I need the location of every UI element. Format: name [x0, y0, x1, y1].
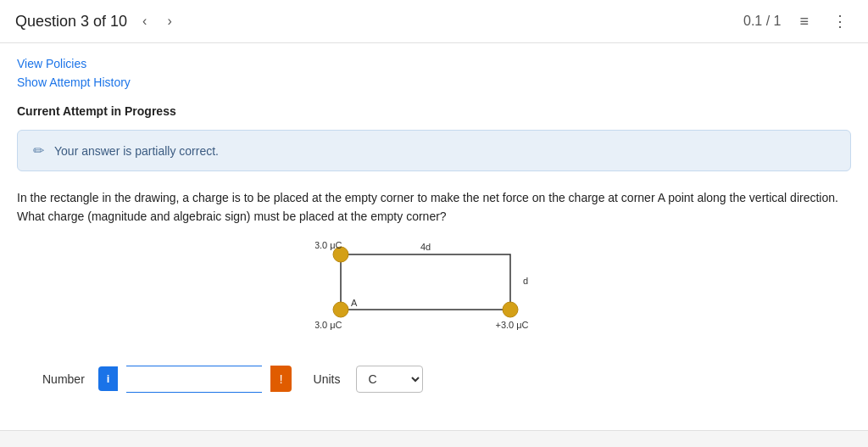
svg-rect-0 — [341, 254, 510, 310]
header: Question 3 of 10 ‹ › 0.1 / 1 ≡ ⋮ — [0, 0, 868, 43]
info-button[interactable]: i — [98, 366, 119, 391]
partial-correct-banner: ✏ Your answer is partially correct. — [17, 130, 851, 171]
banner-text: Your answer is partially correct. — [54, 144, 219, 158]
score-display: 0.1 / 1 — [743, 14, 781, 29]
pencil-icon: ✏ — [33, 142, 44, 159]
question-text: In the rectangle in the drawing, a charg… — [17, 188, 851, 226]
physics-diagram: +3.0 μC +3.0 μC +3.0 μC 4d d A — [315, 242, 553, 335]
svg-text:A: A — [351, 298, 358, 308]
diagram-container: +3.0 μC +3.0 μC +3.0 μC 4d d A — [17, 242, 851, 335]
number-label: Number — [42, 372, 85, 386]
view-policies-link[interactable]: View Policies — [17, 57, 851, 70]
svg-point-2 — [333, 302, 348, 317]
warning-button[interactable]: ! — [270, 366, 291, 392]
more-icon-button[interactable]: ⋮ — [827, 8, 853, 34]
input-row: Number i ! Units C μC nC pC — [17, 357, 851, 410]
next-arrow-button[interactable]: › — [162, 10, 176, 32]
units-select[interactable]: C μC nC pC — [356, 366, 423, 393]
bottom-bar — [0, 430, 868, 447]
svg-text:+3.0 μC: +3.0 μC — [495, 320, 528, 330]
svg-text:d: d — [523, 276, 528, 286]
show-attempt-history-link[interactable]: Show Attempt History — [17, 75, 851, 89]
svg-point-3 — [503, 302, 518, 317]
svg-text:+3.0 μC: +3.0 μC — [315, 242, 342, 250]
header-left: Question 3 of 10 ‹ › — [15, 10, 177, 32]
content-area: View Policies Show Attempt History Curre… — [0, 43, 868, 423]
svg-text:4d: 4d — [420, 242, 431, 252]
current-attempt-label: Current Attempt in Progress — [17, 104, 851, 118]
list-icon-button[interactable]: ≡ — [794, 9, 814, 34]
number-input[interactable] — [126, 366, 262, 393]
question-title: Question 3 of 10 — [15, 13, 127, 31]
header-right: 0.1 / 1 ≡ ⋮ — [743, 8, 853, 34]
units-label: Units — [314, 372, 341, 386]
prev-arrow-button[interactable]: ‹ — [137, 10, 152, 32]
svg-text:+3.0 μC: +3.0 μC — [315, 320, 342, 330]
